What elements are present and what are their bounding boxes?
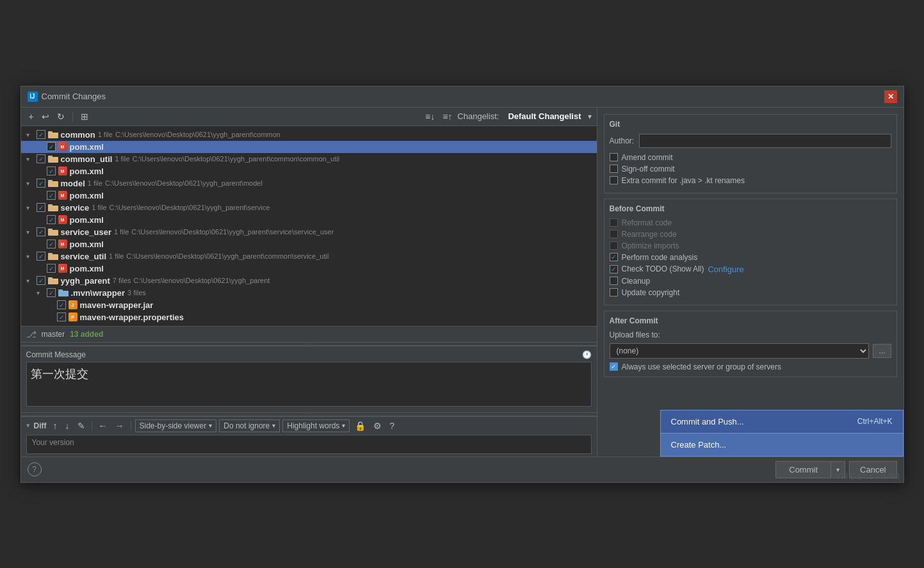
close-button[interactable]: ✕ [884,90,897,103]
right-panel: Git Author: Amend commit Sign-off commit… [597,108,904,457]
configure-link[interactable]: Configure [708,264,743,274]
checkbox-maven-wrapper-props[interactable] [57,312,66,321]
folder-icon-service-user [48,228,58,236]
title-bar-left: IJ Commit Changes [28,92,106,102]
collapse-all-button[interactable]: ≡↑ [440,110,455,123]
folder-name-service-util: service_util [61,252,107,261]
undo-button[interactable]: ↩ [39,110,52,123]
checkbox-common-pom[interactable] [47,142,56,151]
add-button[interactable]: + [26,110,36,123]
checkbox-service-util-pom[interactable] [47,264,56,273]
help-icon-btn[interactable]: ? [387,419,397,432]
update-copyright-checkbox[interactable] [610,288,618,296]
filename-service-user-pom: pom.xml [70,239,104,249]
extra-commit-checkbox[interactable] [610,176,618,184]
tree-item-maven-wrapper-props[interactable]: P maven-wrapper.properties [21,311,597,323]
file-count-mvn-wrapper: 3 files [127,289,146,296]
tree-item-common-pom[interactable]: M pom.xml [21,141,597,153]
cleanup-label: Cleanup [622,277,651,286]
checkbox-common-util-pom[interactable] [47,166,56,175]
tree-item-service-pom[interactable]: M pom.xml [21,214,597,226]
create-patch-item[interactable]: Create Patch... [661,434,903,456]
tree-item-service-util[interactable]: ▾ service_util 1 file C:\Users\lenovo\De… [21,250,597,263]
checkbox-service-pom[interactable] [47,215,56,224]
reformat-code-checkbox[interactable] [610,218,618,227]
expand-all-button[interactable]: ≡↓ [423,110,437,123]
optimize-imports-checkbox[interactable] [610,241,618,250]
rearrange-code-row: Rearrange code [610,230,891,239]
checkbox-model[interactable] [36,179,45,188]
checkbox-yygh-parent[interactable] [36,276,45,285]
svg-rect-2 [48,157,58,163]
checkbox-common[interactable] [36,130,45,139]
sign-off-checkbox[interactable] [610,165,618,173]
author-input[interactable] [639,134,891,148]
lock-icon-btn[interactable]: 🔒 [352,419,368,432]
folder-icon-yygh-parent [48,277,58,284]
tree-item-yygh-parent[interactable]: ▾ yygh_parent 7 files C:\Users\lenovo\De… [21,275,597,287]
left-panel: + ↩ ↻ ⊞ ≡↓ ≡↑ Changelist: Default Change… [21,108,597,457]
tree-item-common-util[interactable]: ▾ common_util 1 file C:\Users\lenovo\Des… [21,153,597,165]
always-use-checkbox[interactable] [610,362,618,371]
changelist-dropdown-btn[interactable]: ▾ [588,112,592,121]
your-version-label: Your version [27,435,591,450]
checkbox-service-user-pom[interactable] [47,239,56,248]
check-todo-checkbox[interactable] [610,265,618,273]
window-title: Commit Changes [42,92,106,101]
diff-down-btn[interactable]: ↓ [63,419,72,432]
tree-item-model[interactable]: ▾ model 1 file C:\Users\lenovo\Desktop\0… [21,177,597,190]
svg-rect-11 [48,253,53,255]
perform-analysis-label: Perform code analysis [622,253,698,262]
checkbox-maven-wrapper-jar[interactable] [57,300,66,309]
cleanup-checkbox[interactable] [610,277,618,285]
rearrange-code-checkbox[interactable] [610,230,618,238]
checkbox-mvn-wrapper[interactable] [47,288,56,297]
settings-icon-btn[interactable]: ⚙ [371,419,384,432]
diff-up-btn[interactable]: ↑ [51,419,60,432]
diff-toolbar-sep2 [131,421,131,430]
diff-edit-btn[interactable]: ✎ [75,419,88,432]
file-path-service-user: C:\Users\lenovo\Desktop\0621\yygh_parent… [131,228,334,236]
grid-button[interactable]: ⊞ [78,110,91,123]
checkbox-model-pom[interactable] [47,191,56,200]
upload-dropdown[interactable]: (none) [610,343,870,359]
checkbox-service[interactable] [36,203,45,212]
branch-name: master [42,330,65,339]
svg-rect-8 [48,230,58,236]
diff-collapse-btn[interactable]: ▾ [26,421,30,430]
highlight-dropdown[interactable]: Highlight words [282,419,350,432]
tree-item-service-util-pom[interactable]: M pom.xml [21,263,597,275]
tree-item-model-pom[interactable]: M pom.xml [21,190,597,202]
side-by-side-dropdown[interactable]: Side-by-side viewer [135,419,217,432]
checkbox-service-user[interactable] [36,227,45,236]
svg-rect-13 [48,277,53,279]
file-count-common: 1 file [98,131,113,138]
file-path-yygh-parent: C:\Users\lenovo\Desktop\0621\yygh_parent [134,277,270,284]
commit-main-button[interactable]: Commit [775,461,831,478]
tree-item-service-user[interactable]: ▾ service_user 1 file C:\Users\lenovo\De… [21,226,597,238]
tree-item-service-user-pom[interactable]: M pom.xml [21,238,597,250]
folder-name-common-util: common_util [61,154,113,164]
help-button[interactable]: ? [28,462,42,476]
check-todo-label: Check TODO (Show All) [622,264,704,273]
check-todo-row: Check TODO (Show All) Configure [610,264,891,274]
refresh-button[interactable]: ↻ [54,110,67,123]
tree-item-common[interactable]: ▾ common 1 file C:\Users\lenovo\Desktop\… [21,129,597,141]
ignore-dropdown[interactable]: Do not ignore [219,419,280,432]
author-row: Author: [610,134,891,148]
svg-rect-10 [48,254,58,260]
perform-analysis-checkbox[interactable] [610,253,618,261]
tree-item-common-util-pom[interactable]: M pom.xml [21,165,597,177]
tree-item-maven-wrapper-jar[interactable]: J maven-wrapper.jar [21,299,597,311]
diff-fwd-btn[interactable]: → [113,419,127,432]
commit-and-push-item[interactable]: Commit and Push... Ctrl+Alt+K [661,410,903,433]
tree-item-service[interactable]: ▾ service 1 file C:\Users\lenovo\Desktop… [21,202,597,214]
diff-back-btn[interactable]: ← [96,419,110,432]
upload-ellipsis-btn[interactable]: ... [873,344,891,358]
checkbox-common-util[interactable] [36,154,45,163]
checkbox-service-util[interactable] [36,252,45,261]
expand-arrow-service-user: ▾ [26,229,36,236]
tree-item-mvn-wrapper[interactable]: ▾ .mvn\wrapper 3 files [21,287,597,299]
amend-commit-checkbox[interactable] [610,153,618,161]
commit-message-input[interactable]: 第一次提交 [26,362,592,407]
